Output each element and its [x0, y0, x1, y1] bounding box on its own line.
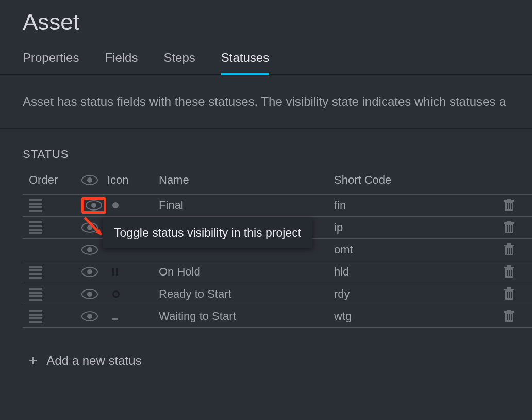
table-row: Final fin Toggle status visibility in th… [23, 195, 532, 217]
svg-rect-39 [507, 292, 508, 298]
status-code: wtg [334, 310, 487, 323]
svg-rect-46 [507, 310, 511, 311]
svg-rect-37 [504, 289, 514, 290]
trash-icon[interactable] [503, 287, 516, 301]
eye-icon[interactable] [86, 200, 102, 211]
status-icon-dot [112, 202, 119, 208]
svg-rect-31 [507, 270, 508, 276]
svg-rect-41 [511, 292, 512, 298]
svg-point-43 [87, 314, 92, 319]
status-code: ip [334, 221, 487, 234]
tab-fields[interactable]: Fields [105, 51, 138, 74]
drag-handle-icon[interactable] [23, 221, 81, 234]
drag-handle-icon[interactable] [23, 266, 81, 279]
table-row: Ready to Start rdy [23, 283, 532, 305]
eye-icon[interactable] [81, 311, 98, 321]
eye-icon[interactable] [81, 267, 98, 277]
trash-icon[interactable] [503, 265, 516, 279]
status-icon-underscore [112, 318, 118, 320]
status-name: On Hold [159, 265, 334, 279]
svg-rect-32 [509, 270, 510, 276]
svg-rect-7 [507, 203, 508, 209]
svg-rect-9 [511, 203, 512, 209]
svg-point-3 [91, 203, 96, 208]
tab-properties[interactable]: Properties [23, 51, 79, 74]
svg-rect-47 [507, 314, 508, 320]
trash-icon[interactable] [503, 243, 516, 256]
status-code: rdy [334, 287, 487, 301]
status-name: Waiting to Start [159, 310, 334, 323]
eye-icon[interactable] [81, 245, 98, 255]
trash-icon[interactable] [503, 199, 516, 212]
svg-rect-17 [511, 225, 512, 232]
status-code: hld [334, 265, 487, 279]
svg-rect-45 [504, 311, 514, 313]
tab-statuses[interactable]: Statuses [221, 51, 269, 74]
trash-icon[interactable] [503, 221, 516, 234]
svg-rect-24 [509, 248, 510, 254]
svg-rect-14 [507, 221, 511, 222]
tooltip: Toggle status visibility in this project [103, 218, 312, 248]
svg-rect-33 [511, 270, 512, 276]
svg-rect-30 [507, 265, 511, 267]
svg-rect-15 [507, 225, 508, 232]
eye-icon [81, 175, 98, 185]
status-code: fin [334, 199, 487, 212]
tabs: Properties Fields Steps Statuses [0, 51, 532, 75]
svg-rect-22 [507, 243, 511, 245]
trash-icon[interactable] [503, 310, 516, 323]
svg-point-1 [87, 177, 92, 183]
svg-point-19 [87, 247, 92, 252]
svg-rect-23 [507, 248, 508, 254]
plus-icon: + [29, 352, 37, 369]
svg-rect-29 [504, 267, 514, 268]
svg-rect-8 [509, 203, 510, 209]
status-table: Order Icon Name Short Code Final fin [23, 173, 532, 328]
svg-rect-6 [507, 199, 511, 200]
svg-rect-5 [504, 200, 514, 202]
svg-point-27 [87, 269, 92, 274]
status-code: omt [334, 243, 487, 256]
svg-rect-40 [509, 292, 510, 298]
svg-rect-49 [511, 314, 512, 320]
status-icon-pause [112, 268, 118, 276]
drag-handle-icon[interactable] [23, 288, 81, 301]
status-name: Final [159, 199, 334, 212]
page-title: Asset [0, 0, 532, 51]
svg-rect-13 [504, 222, 514, 224]
drag-handle-icon[interactable] [23, 310, 81, 323]
add-status-label: Add a new status [46, 353, 141, 368]
visibility-highlight [81, 197, 106, 214]
eye-icon[interactable] [81, 289, 98, 299]
drag-handle-icon[interactable] [23, 199, 81, 212]
tab-steps[interactable]: Steps [163, 51, 195, 74]
column-short-code: Short Code [334, 173, 487, 187]
svg-rect-25 [511, 248, 512, 254]
table-header: Order Icon Name Short Code [23, 173, 532, 195]
svg-rect-21 [504, 245, 514, 246]
column-order: Order [23, 173, 81, 187]
status-icon-circle [112, 290, 120, 298]
svg-point-35 [87, 292, 92, 297]
table-row: On Hold hld [23, 261, 532, 283]
column-name: Name [159, 173, 334, 187]
status-name: Ready to Start [159, 287, 334, 301]
column-visibility [81, 175, 107, 185]
table-row: Waiting to Start wtg [23, 305, 532, 328]
section-title: STATUS [0, 129, 532, 173]
add-status-button[interactable]: + Add a new status [0, 328, 532, 369]
svg-rect-48 [509, 314, 510, 320]
svg-rect-16 [509, 225, 510, 232]
svg-rect-38 [507, 287, 511, 289]
description-text: Asset has status fields with these statu… [0, 75, 532, 129]
column-icon: Icon [107, 173, 159, 187]
